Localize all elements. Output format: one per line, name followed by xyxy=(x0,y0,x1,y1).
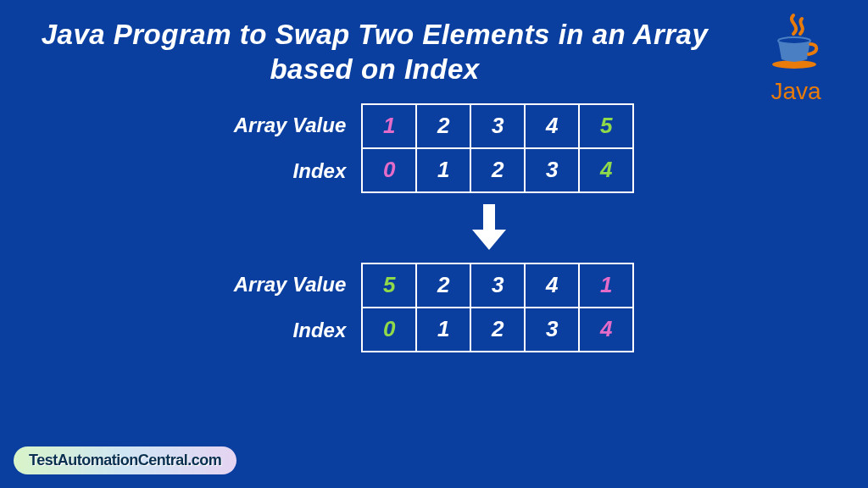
java-logo-text: Java xyxy=(749,78,843,105)
array-value-cell: 2 xyxy=(415,103,471,149)
array-index-cell: 2 xyxy=(470,307,526,352)
after-array: Array Value Index 52341 01234 xyxy=(0,262,868,353)
array-value-cell: 4 xyxy=(524,263,580,308)
svg-point-1 xyxy=(778,37,810,44)
array-index-cell: 4 xyxy=(578,307,634,352)
array-value-cell: 3 xyxy=(470,103,526,149)
array-value-cell: 1 xyxy=(578,263,634,308)
array-index-cell: 1 xyxy=(415,147,471,193)
array-index-cell: 2 xyxy=(470,147,526,193)
before-array: Array Value Index 12345 01234 xyxy=(0,103,868,194)
before-grid: 12345 01234 xyxy=(361,103,634,193)
array-index-cell: 3 xyxy=(524,147,580,193)
array-index-cell: 3 xyxy=(524,307,580,352)
arrow-down-icon xyxy=(110,202,868,255)
array-value-cell: 5 xyxy=(578,103,634,149)
array-index-cell: 4 xyxy=(578,147,634,193)
array-index-cell: 1 xyxy=(415,307,471,352)
svg-marker-3 xyxy=(472,230,506,250)
svg-rect-2 xyxy=(483,204,495,231)
value-row-label: Array Value xyxy=(234,262,347,308)
value-row-label: Array Value xyxy=(234,103,347,148)
java-cup-icon xyxy=(766,12,826,73)
array-value-cell: 1 xyxy=(361,103,417,149)
array-index-cell: 0 xyxy=(361,307,417,352)
java-logo: Java xyxy=(749,12,843,105)
page-title: Java Program to Swap Two Elements in an … xyxy=(0,0,868,96)
array-value-cell: 5 xyxy=(361,263,417,308)
index-row-label: Index xyxy=(293,308,347,353)
array-value-cell: 3 xyxy=(470,263,526,308)
after-grid: 52341 01234 xyxy=(361,263,634,352)
watermark: TestAutomationCentral.com xyxy=(14,446,236,474)
array-index-cell: 0 xyxy=(361,147,417,193)
index-row-label: Index xyxy=(293,148,347,194)
array-value-cell: 4 xyxy=(524,103,580,149)
array-value-cell: 2 xyxy=(415,263,471,308)
